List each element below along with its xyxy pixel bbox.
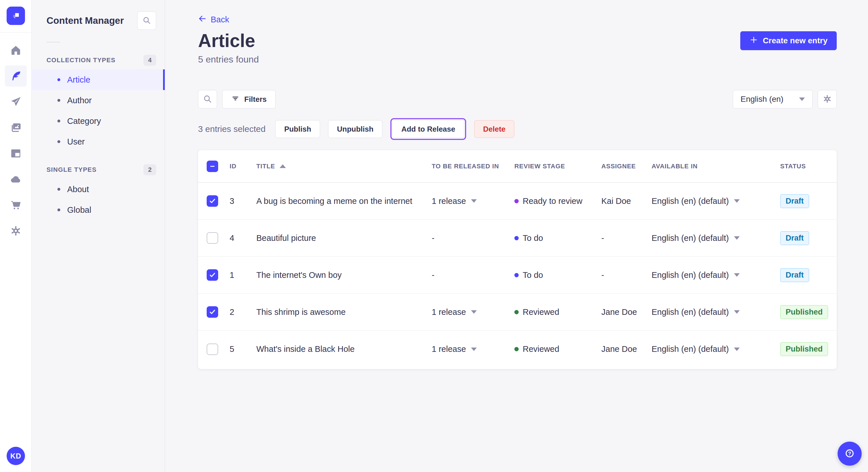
bullet-dot-icon: [57, 120, 60, 123]
entry-id: 1: [229, 270, 234, 280]
view-settings-button[interactable]: [818, 90, 837, 108]
release-value: 1 release: [432, 196, 466, 206]
add-to-release-button[interactable]: Add to Release: [392, 120, 464, 138]
entries-count-text: 5 entries found: [198, 54, 837, 65]
svg-text:?: ?: [848, 450, 851, 456]
search-icon: [203, 94, 212, 105]
entry-id: 4: [229, 233, 234, 243]
delete-button[interactable]: Delete: [474, 120, 515, 138]
column-header-status[interactable]: STATUS: [780, 163, 828, 170]
entry-title: A bug is becoming a meme on the internet: [256, 196, 412, 206]
back-link[interactable]: Back: [198, 14, 229, 25]
home-icon[interactable]: [5, 40, 27, 61]
media-library-icon[interactable]: [5, 117, 27, 138]
table-row[interactable]: 5What's inside a Black Hole1 releaseRevi…: [198, 331, 837, 368]
sidebar-item-about[interactable]: About: [32, 179, 165, 200]
chevron-down-icon[interactable]: [734, 199, 740, 203]
review-stage-dot-icon: [515, 310, 519, 314]
chevron-down-icon[interactable]: [734, 273, 740, 277]
column-header-assignee[interactable]: ASSIGNEE: [601, 163, 652, 170]
bullet-dot-icon: [57, 208, 60, 211]
sidebar-item-global[interactable]: Global: [32, 200, 165, 220]
page-title: Article: [198, 30, 740, 51]
status-badge: Draft: [780, 268, 809, 282]
create-new-entry-button[interactable]: Create new entry: [740, 31, 837, 50]
status-badge: Published: [780, 305, 828, 319]
main-content: Back Article Create new entry 5 entries …: [165, 0, 868, 472]
marketplace-cart-icon[interactable]: [5, 194, 27, 216]
column-header-review-stage[interactable]: REVIEW STAGE: [515, 163, 601, 170]
review-stage-value: Reviewed: [523, 344, 559, 354]
table-row[interactable]: 4Beautiful picture-To do-English (en) (d…: [198, 220, 837, 257]
transfer-icon[interactable]: [5, 91, 27, 112]
filters-button[interactable]: Filters: [222, 90, 276, 108]
review-stage-dot-icon: [515, 347, 519, 351]
sidebar-item-category[interactable]: Category: [32, 111, 165, 131]
row-checkbox[interactable]: [207, 232, 218, 244]
chevron-down-icon[interactable]: [471, 199, 477, 203]
sidebar-item-article[interactable]: Article: [32, 69, 165, 90]
content-manager-icon[interactable]: [5, 65, 27, 87]
section-count-badge: 2: [144, 164, 156, 175]
chevron-down-icon[interactable]: [734, 236, 740, 240]
sidebar-section: COLLECTION TYPES4ArticleAuthorCategoryUs…: [32, 54, 165, 152]
sidebar-title: Content Manager: [46, 15, 137, 26]
entry-title: Beautiful picture: [256, 233, 316, 243]
select-all-checkbox[interactable]: [207, 161, 218, 172]
assignee-value: Jane Doe: [601, 344, 637, 354]
column-header-id[interactable]: ID: [229, 163, 256, 170]
table-row[interactable]: 3A bug is becoming a meme on the interne…: [198, 183, 837, 220]
help-button[interactable]: ?: [838, 442, 862, 466]
row-checkbox[interactable]: [207, 343, 218, 355]
table-row[interactable]: 2This shrimp is awesome1 releaseReviewed…: [198, 294, 837, 331]
column-header-title[interactable]: TITLE: [256, 163, 432, 170]
review-stage-value: Ready to review: [523, 196, 582, 206]
publish-button[interactable]: Publish: [275, 120, 320, 138]
review-stage-dot-icon: [515, 273, 519, 277]
section-count-badge: 4: [144, 55, 156, 66]
sort-ascending-icon: [280, 164, 286, 168]
assignee-value: -: [601, 270, 604, 280]
sidebar-item-user[interactable]: User: [32, 131, 165, 152]
gear-icon: [823, 94, 832, 105]
chevron-down-icon[interactable]: [471, 310, 477, 314]
entry-id: 2: [229, 307, 234, 317]
entry-title: What's inside a Black Hole: [256, 344, 354, 354]
status-badge: Published: [780, 342, 828, 356]
unpublish-button[interactable]: Unpublish: [328, 120, 382, 138]
column-header-available-in[interactable]: AVAILABLE IN: [652, 163, 780, 170]
entry-title: The internet's Own boy: [256, 270, 342, 280]
table-search-button[interactable]: [198, 90, 217, 108]
sidebar-search-button[interactable]: [137, 11, 156, 30]
column-header-to-be-released-in[interactable]: TO BE RELEASED IN: [432, 163, 515, 170]
deploy-cloud-icon[interactable]: [5, 169, 27, 190]
user-avatar[interactable]: KD: [7, 447, 25, 465]
arrow-left-icon: [198, 14, 207, 25]
assignee-value: Jane Doe: [601, 307, 637, 317]
sidebar-item-author[interactable]: Author: [32, 90, 165, 111]
assignee-value: Kai Doe: [601, 196, 631, 206]
chevron-down-icon[interactable]: [734, 310, 740, 314]
sidebar-section: SINGLE TYPES2AboutGlobal: [32, 164, 165, 220]
locale-value: English (en) (default): [652, 344, 729, 354]
filter-icon: [231, 94, 240, 105]
review-stage-value: To do: [523, 233, 543, 243]
strapi-logo-icon[interactable]: [7, 7, 25, 25]
chevron-down-icon[interactable]: [471, 347, 477, 351]
nav-rail: KD: [0, 0, 32, 472]
review-stage-value: Reviewed: [523, 307, 559, 317]
status-badge: Draft: [780, 194, 809, 208]
bullet-dot-icon: [57, 188, 60, 191]
table-row[interactable]: 1The internet's Own boy-To do-English (e…: [198, 257, 837, 294]
row-checkbox[interactable]: [207, 269, 218, 281]
sidebar-item-label: User: [67, 137, 85, 146]
content-type-builder-icon[interactable]: [5, 143, 27, 164]
plus-icon: [749, 36, 758, 46]
row-checkbox[interactable]: [207, 195, 218, 207]
row-checkbox[interactable]: [207, 306, 218, 318]
chevron-down-icon[interactable]: [734, 347, 740, 351]
settings-gear-icon[interactable]: [5, 220, 27, 241]
sidebar-item-label: Article: [67, 75, 90, 85]
locale-select[interactable]: English (en): [733, 90, 813, 108]
table-body: 3A bug is becoming a meme on the interne…: [198, 183, 837, 368]
